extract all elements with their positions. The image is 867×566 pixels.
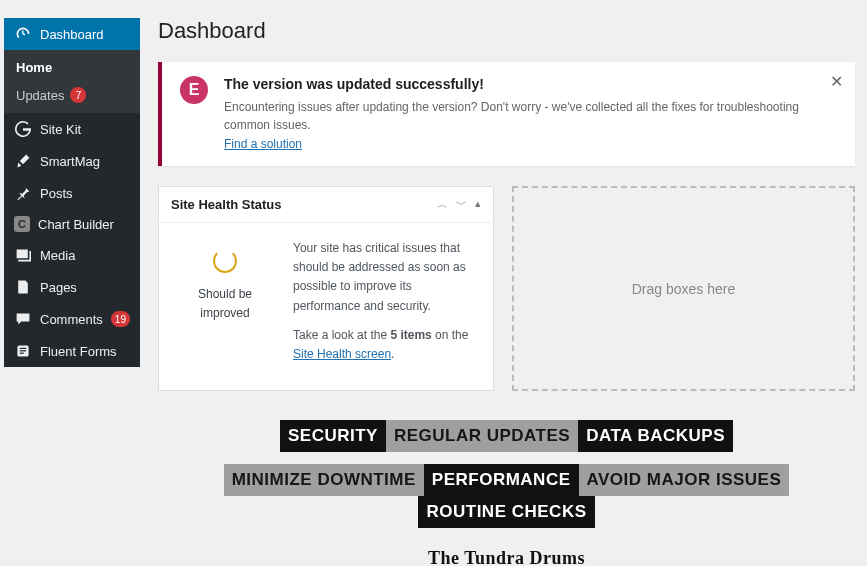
sidebar-item-smartmag[interactable]: SmartMag	[4, 145, 140, 177]
tag: REGULAR UPDATES	[386, 420, 578, 452]
widget-header: Site Health Status ︿ ﹀ ▴	[159, 187, 493, 223]
update-notice: E The version was updated successfully! …	[158, 62, 855, 166]
sidebar-item-label: Media	[40, 248, 75, 263]
elementor-icon: E	[180, 76, 208, 104]
footer-brand: The Tundra Drums	[158, 548, 855, 566]
main-content: Dashboard E The version was updated succ…	[158, 18, 855, 391]
sidebar-item-dashboard[interactable]: Dashboard	[4, 18, 140, 50]
tag: MINIMIZE DOWNTIME	[224, 464, 424, 496]
sidebar-sub-updates[interactable]: Updates 7	[4, 81, 140, 109]
sidebar-item-label: Fluent Forms	[40, 344, 117, 359]
tag: DATA BACKUPS	[578, 420, 733, 452]
tag: SECURITY	[280, 420, 386, 452]
tag: AVOID MAJOR ISSUES	[579, 464, 790, 496]
dashboard-icon	[14, 25, 32, 43]
sidebar-item-label: Chart Builder	[38, 217, 114, 232]
chart-icon: C	[14, 216, 30, 232]
pin-icon	[14, 184, 32, 202]
comments-badge: 19	[111, 311, 130, 327]
svg-point-0	[19, 251, 21, 253]
dropzone-label: Drag boxes here	[632, 281, 736, 297]
tags-area: SECURITY REGULAR UPDATES DATA BACKUPS MI…	[158, 420, 855, 566]
sidebar-item-label: SmartMag	[40, 154, 100, 169]
sidebar-item-label: Comments	[40, 312, 103, 327]
tag: PERFORMANCE	[424, 464, 579, 496]
tags-row: MINIMIZE DOWNTIME PERFORMANCE AVOID MAJO…	[158, 464, 855, 528]
notice-text: Encountering issues after updating the v…	[224, 98, 837, 134]
move-down-icon[interactable]: ﹀	[456, 197, 467, 212]
sidebar-item-pages[interactable]: Pages	[4, 271, 140, 303]
page-title: Dashboard	[158, 18, 855, 44]
comment-icon	[14, 310, 32, 328]
sidebar-item-fluentforms[interactable]: Fluent Forms	[4, 335, 140, 367]
forms-icon	[14, 342, 32, 360]
site-health-link[interactable]: Site Health screen	[293, 347, 391, 361]
brush-icon	[14, 152, 32, 170]
media-icon	[14, 246, 32, 264]
health-status-label: Should be improved	[175, 285, 275, 323]
google-icon	[14, 120, 32, 138]
sidebar-item-sitekit[interactable]: Site Kit	[4, 113, 140, 145]
svg-rect-2	[20, 348, 26, 349]
sidebar-item-label: Posts	[40, 186, 73, 201]
notice-title: The version was updated successfully!	[224, 76, 837, 92]
sidebar-item-comments[interactable]: Comments 19	[4, 303, 140, 335]
sidebar-item-label: Pages	[40, 280, 77, 295]
sidebar-item-chartbuilder[interactable]: C Chart Builder	[4, 209, 140, 239]
close-icon[interactable]: ✕	[830, 72, 843, 91]
sidebar-sub-home[interactable]: Home	[4, 54, 140, 81]
dashboard-widgets-row: Site Health Status ︿ ﹀ ▴ Should be impro…	[158, 186, 855, 391]
sidebar-submenu: Home Updates 7	[4, 50, 140, 113]
site-health-widget: Site Health Status ︿ ﹀ ▴ Should be impro…	[158, 186, 494, 391]
pages-icon	[14, 278, 32, 296]
sidebar-item-media[interactable]: Media	[4, 239, 140, 271]
sidebar-item-label: Site Kit	[40, 122, 81, 137]
sidebar-item-posts[interactable]: Posts	[4, 177, 140, 209]
svg-rect-4	[20, 353, 24, 354]
sidebar-item-label: Dashboard	[40, 27, 104, 42]
updates-badge: 7	[70, 87, 86, 103]
widget-title: Site Health Status	[171, 197, 282, 212]
svg-rect-3	[20, 350, 26, 351]
toggle-icon[interactable]: ▴	[475, 197, 481, 212]
tag: ROUTINE CHECKS	[418, 496, 594, 528]
health-circle-icon	[213, 249, 237, 273]
admin-sidebar: Dashboard Home Updates 7 Site Kit SmartM…	[4, 18, 140, 367]
widget-dropzone[interactable]: Drag boxes here	[512, 186, 855, 391]
move-up-icon[interactable]: ︿	[437, 197, 448, 212]
tags-row: SECURITY REGULAR UPDATES DATA BACKUPS	[158, 420, 855, 452]
health-desc-text: Your site has critical issues that shoul…	[293, 239, 477, 316]
health-link-text: Take a look at the 5 items on the Site H…	[293, 326, 477, 364]
notice-find-solution-link[interactable]: Find a solution	[224, 137, 302, 151]
